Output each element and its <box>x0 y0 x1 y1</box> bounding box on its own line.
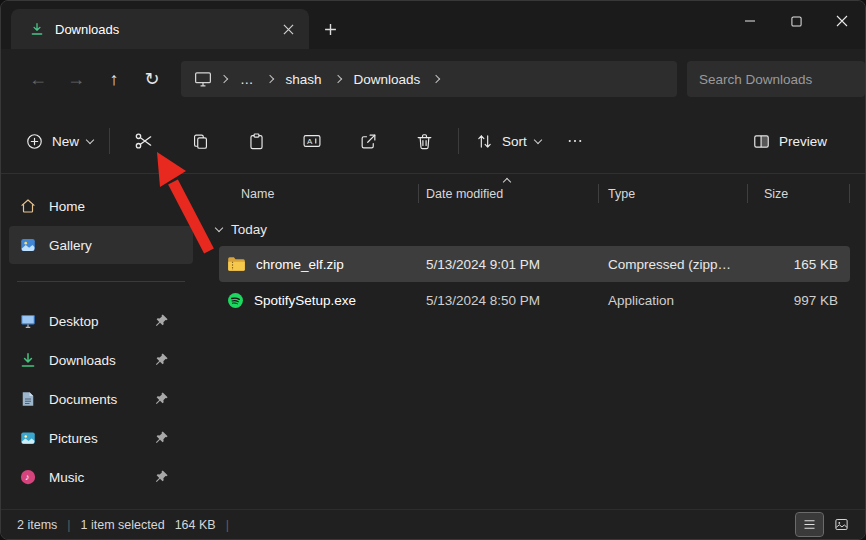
preview-pane-icon <box>752 132 771 151</box>
delete-button[interactable] <box>396 122 452 160</box>
search-box[interactable] <box>687 61 865 97</box>
rename-icon: A <box>302 131 322 151</box>
sidebar-item-documents[interactable]: Documents <box>9 380 193 418</box>
address-bar[interactable]: … shash Downloads <box>181 61 677 97</box>
file-row-chrome-elf-zip[interactable]: chrome_elf.zip 5/13/2024 9:01 PM Compres… <box>219 246 850 282</box>
share-icon <box>359 132 378 151</box>
more-options-button[interactable] <box>551 122 599 160</box>
copy-button[interactable] <box>172 122 228 160</box>
breadcrumb-ellipsis[interactable]: … <box>231 65 263 93</box>
column-header-name[interactable]: Name <box>219 175 419 212</box>
preview-button[interactable]: Preview <box>742 122 837 160</box>
pin-icon <box>154 469 169 484</box>
details-view-icon <box>802 517 817 532</box>
music-icon: ♪ <box>19 468 37 486</box>
chevron-right-icon <box>220 75 228 83</box>
sidebar-item-label: Home <box>49 199 85 214</box>
sidebar-divider <box>17 281 185 282</box>
status-bar: 2 items | 1 item selected 164 KB | <box>1 509 865 539</box>
sidebar-item-label: Gallery <box>49 238 92 253</box>
this-pc-icon <box>189 70 217 88</box>
sort-button-label: Sort <box>502 134 527 149</box>
chevron-down-icon <box>534 135 542 143</box>
selection-size: 164 KB <box>175 518 216 532</box>
navigation-bar: ← → ↑ ↻ … shash Downloads <box>1 49 865 109</box>
refresh-icon[interactable]: ↻ <box>133 61 171 97</box>
tab-close-icon[interactable] <box>275 16 301 42</box>
file-date: 5/13/2024 8:50 PM <box>419 293 599 308</box>
sidebar-item-label: Music <box>49 470 84 485</box>
file-type: Application <box>599 293 748 308</box>
forward-icon[interactable]: → <box>57 61 95 97</box>
column-header-size[interactable]: Size <box>748 175 850 212</box>
up-icon[interactable]: ↑ <box>95 61 133 97</box>
sort-button[interactable]: Sort <box>465 122 551 160</box>
chevron-down-icon <box>86 135 94 143</box>
statusbar-divider: | <box>67 518 70 532</box>
statusbar-divider: | <box>226 518 229 532</box>
content-area: Home Gallery Desktop <box>1 175 865 509</box>
sidebar-item-home[interactable]: Home <box>9 187 193 225</box>
breadcrumb-user[interactable]: shash <box>277 65 331 93</box>
new-button[interactable]: New <box>15 122 103 160</box>
desktop-icon <box>19 312 37 330</box>
file-explorer-window: Downloads ← → ↑ ↻ <box>0 0 866 540</box>
copy-icon <box>191 132 210 151</box>
minimize-button[interactable] <box>727 1 773 41</box>
clipboard-icon <box>247 132 266 151</box>
home-icon <box>19 197 37 215</box>
sidebar-item-music[interactable]: ♪ Music <box>9 458 193 496</box>
pin-icon <box>154 391 169 406</box>
new-tab-button[interactable] <box>317 16 343 42</box>
sidebar-item-desktop[interactable]: Desktop <box>9 302 193 340</box>
details-view-button[interactable] <box>796 513 823 536</box>
svg-text:♪: ♪ <box>25 472 30 482</box>
cut-button[interactable] <box>116 122 172 160</box>
file-row-spotify-setup-exe[interactable]: SpotifySetup.exe 5/13/2024 8:50 PM Appli… <box>219 282 850 318</box>
close-button[interactable] <box>819 1 865 41</box>
sidebar-item-gallery[interactable]: Gallery <box>9 226 193 264</box>
file-size: 165 KB <box>748 257 850 272</box>
file-type: Compressed (zipp… <box>599 257 748 272</box>
sidebar: Home Gallery Desktop <box>1 175 201 509</box>
file-size: 997 KB <box>748 293 850 308</box>
sidebar-item-pictures[interactable]: Pictures <box>9 419 193 457</box>
file-list-area: Name Date modified Type Size Today chrom… <box>201 175 865 509</box>
window-controls <box>727 1 865 41</box>
thumbnail-view-icon <box>834 517 849 532</box>
chevron-right-icon <box>432 75 440 83</box>
file-name: chrome_elf.zip <box>256 257 344 272</box>
back-icon[interactable]: ← <box>19 61 57 97</box>
item-count: 2 items <box>17 518 57 532</box>
zip-folder-icon <box>227 256 246 272</box>
paste-button[interactable] <box>228 122 284 160</box>
pin-icon <box>154 430 169 445</box>
preview-button-label: Preview <box>779 134 827 149</box>
rename-button[interactable]: A <box>284 122 340 160</box>
selection-count: 1 item selected <box>81 518 165 532</box>
group-header-today[interactable]: Today <box>201 212 865 246</box>
titlebar: Downloads <box>1 1 865 49</box>
column-header-type[interactable]: Type <box>599 175 748 212</box>
search-input[interactable] <box>699 72 853 87</box>
explorer-tab-downloads[interactable]: Downloads <box>11 9 309 49</box>
maximize-button[interactable] <box>773 1 819 41</box>
thumbnail-view-button[interactable] <box>828 513 855 536</box>
sidebar-item-downloads[interactable]: Downloads <box>9 341 193 379</box>
gallery-icon <box>19 236 37 254</box>
plus-circle-icon <box>25 132 44 151</box>
trash-icon <box>415 132 434 151</box>
group-label: Today <box>231 222 267 237</box>
ellipsis-icon <box>566 132 584 150</box>
sidebar-item-label: Desktop <box>49 314 99 329</box>
sidebar-item-label: Documents <box>49 392 117 407</box>
tab-title: Downloads <box>55 22 265 37</box>
file-name: SpotifySetup.exe <box>254 293 356 308</box>
sidebar-item-label: Pictures <box>49 431 98 446</box>
spotify-icon <box>227 292 244 309</box>
share-button[interactable] <box>340 122 396 160</box>
pin-icon <box>154 313 169 328</box>
column-header-date-modified[interactable]: Date modified <box>419 175 599 212</box>
svg-text:A: A <box>307 137 313 146</box>
breadcrumb-downloads[interactable]: Downloads <box>345 65 430 93</box>
